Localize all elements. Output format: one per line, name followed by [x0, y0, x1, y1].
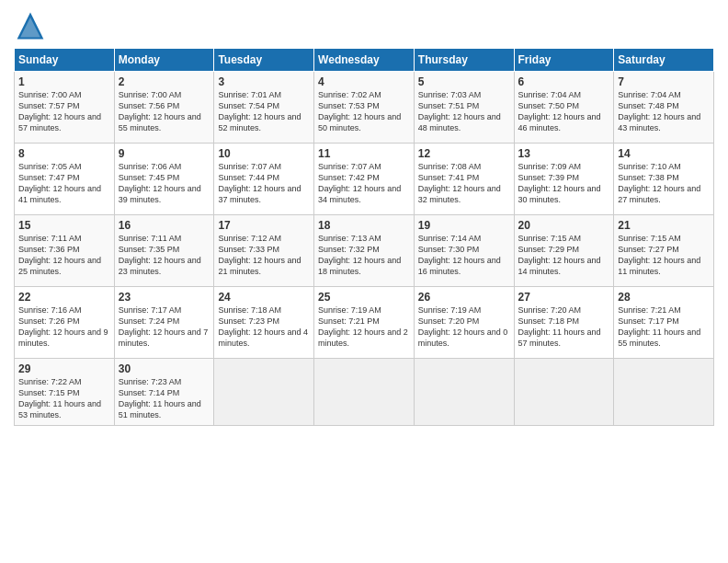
day-info: Sunrise: 7:05 AM Sunset: 7:47 PM Dayligh… [18, 161, 110, 206]
calendar-cell: 12 Sunrise: 7:08 AM Sunset: 7:41 PM Dayl… [414, 144, 514, 215]
weekday-header-sunday: Sunday [15, 49, 115, 72]
day-number: 27 [518, 291, 610, 304]
day-info: Sunrise: 7:17 AM Sunset: 7:24 PM Dayligh… [119, 304, 210, 350]
day-number: 19 [418, 219, 510, 232]
day-info: Sunrise: 7:13 AM Sunset: 7:32 PM Dayligh… [318, 233, 410, 278]
day-info: Sunrise: 7:11 AM Sunset: 7:36 PM Dayligh… [18, 233, 110, 278]
calendar-cell: 8 Sunrise: 7:05 AM Sunset: 7:47 PM Dayli… [15, 144, 115, 215]
calendar-cell: 2 Sunrise: 7:00 AM Sunset: 7:56 PM Dayli… [114, 72, 214, 144]
weekday-header-row: SundayMondayTuesdayWednesdayThursdayFrid… [15, 49, 714, 72]
day-number: 2 [119, 75, 210, 88]
calendar-week-1: 1 Sunrise: 7:00 AM Sunset: 7:57 PM Dayli… [15, 72, 714, 144]
day-info: Sunrise: 7:01 AM Sunset: 7:54 PM Dayligh… [218, 89, 310, 134]
calendar-body: 1 Sunrise: 7:00 AM Sunset: 7:57 PM Dayli… [15, 72, 714, 426]
day-number: 24 [218, 291, 310, 304]
calendar-cell: 27 Sunrise: 7:20 AM Sunset: 7:18 PM Dayl… [514, 287, 614, 359]
day-info: Sunrise: 7:00 AM Sunset: 7:56 PM Dayligh… [119, 89, 210, 134]
calendar-cell: 6 Sunrise: 7:04 AM Sunset: 7:50 PM Dayli… [514, 72, 614, 144]
day-number: 17 [218, 219, 310, 232]
day-info: Sunrise: 7:04 AM Sunset: 7:50 PM Dayligh… [518, 89, 610, 134]
page-container: SundayMondayTuesdayWednesdayThursdayFrid… [0, 0, 728, 435]
calendar-week-4: 22 Sunrise: 7:16 AM Sunset: 7:26 PM Dayl… [15, 287, 714, 359]
weekday-header-tuesday: Tuesday [214, 49, 314, 72]
weekday-header-wednesday: Wednesday [314, 49, 415, 72]
day-number: 22 [18, 291, 110, 304]
day-number: 6 [518, 75, 610, 88]
day-number: 20 [518, 219, 610, 232]
day-number: 29 [18, 362, 110, 375]
calendar-cell [614, 359, 714, 426]
calendar-cell: 29 Sunrise: 7:22 AM Sunset: 7:15 PM Dayl… [15, 359, 115, 426]
calendar-cell: 30 Sunrise: 7:23 AM Sunset: 7:14 PM Dayl… [114, 359, 214, 426]
calendar-cell [314, 359, 415, 426]
day-number: 10 [218, 147, 310, 160]
calendar-cell: 28 Sunrise: 7:21 AM Sunset: 7:17 PM Dayl… [614, 287, 714, 359]
day-info: Sunrise: 7:10 AM Sunset: 7:38 PM Dayligh… [618, 161, 710, 206]
day-info: Sunrise: 7:09 AM Sunset: 7:39 PM Dayligh… [518, 161, 610, 206]
calendar-cell: 10 Sunrise: 7:07 AM Sunset: 7:44 PM Dayl… [214, 144, 314, 215]
calendar-week-5: 29 Sunrise: 7:22 AM Sunset: 7:15 PM Dayl… [15, 359, 714, 426]
day-number: 15 [18, 219, 110, 232]
day-number: 5 [418, 75, 510, 88]
calendar-cell: 14 Sunrise: 7:10 AM Sunset: 7:38 PM Dayl… [614, 144, 714, 215]
day-number: 11 [318, 147, 410, 160]
calendar-cell: 17 Sunrise: 7:12 AM Sunset: 7:33 PM Dayl… [214, 215, 314, 287]
calendar-cell: 26 Sunrise: 7:19 AM Sunset: 7:20 PM Dayl… [414, 287, 514, 359]
calendar-cell [514, 359, 614, 426]
day-info: Sunrise: 7:23 AM Sunset: 7:14 PM Dayligh… [119, 376, 210, 421]
day-info: Sunrise: 7:20 AM Sunset: 7:18 PM Dayligh… [518, 304, 610, 350]
day-info: Sunrise: 7:02 AM Sunset: 7:53 PM Dayligh… [318, 89, 410, 134]
calendar-cell: 5 Sunrise: 7:03 AM Sunset: 7:51 PM Dayli… [414, 72, 514, 144]
calendar-cell: 7 Sunrise: 7:04 AM Sunset: 7:48 PM Dayli… [614, 72, 714, 144]
day-info: Sunrise: 7:08 AM Sunset: 7:41 PM Dayligh… [418, 161, 510, 206]
calendar-cell: 13 Sunrise: 7:09 AM Sunset: 7:39 PM Dayl… [514, 144, 614, 215]
day-number: 18 [318, 219, 410, 232]
calendar-week-2: 8 Sunrise: 7:05 AM Sunset: 7:47 PM Dayli… [15, 144, 714, 215]
weekday-header-saturday: Saturday [614, 49, 714, 72]
day-number: 25 [318, 291, 410, 304]
header [14, 9, 714, 42]
day-info: Sunrise: 7:00 AM Sunset: 7:57 PM Dayligh… [18, 89, 110, 134]
weekday-header-monday: Monday [114, 49, 214, 72]
calendar-cell: 19 Sunrise: 7:14 AM Sunset: 7:30 PM Dayl… [414, 215, 514, 287]
day-number: 7 [618, 75, 710, 88]
day-number: 16 [119, 219, 210, 232]
logo-icon [14, 9, 47, 42]
day-info: Sunrise: 7:03 AM Sunset: 7:51 PM Dayligh… [418, 89, 510, 134]
calendar-cell: 4 Sunrise: 7:02 AM Sunset: 7:53 PM Dayli… [314, 72, 415, 144]
day-info: Sunrise: 7:22 AM Sunset: 7:15 PM Dayligh… [18, 376, 110, 421]
day-info: Sunrise: 7:18 AM Sunset: 7:23 PM Dayligh… [218, 304, 310, 350]
weekday-header-thursday: Thursday [414, 49, 514, 72]
calendar-cell: 21 Sunrise: 7:15 AM Sunset: 7:27 PM Dayl… [614, 215, 714, 287]
day-info: Sunrise: 7:04 AM Sunset: 7:48 PM Dayligh… [618, 89, 710, 134]
calendar-cell: 15 Sunrise: 7:11 AM Sunset: 7:36 PM Dayl… [15, 215, 115, 287]
day-number: 28 [618, 291, 710, 304]
calendar-cell: 20 Sunrise: 7:15 AM Sunset: 7:29 PM Dayl… [514, 215, 614, 287]
day-number: 23 [119, 291, 210, 304]
day-number: 4 [318, 75, 410, 88]
day-number: 9 [119, 147, 210, 160]
day-info: Sunrise: 7:07 AM Sunset: 7:42 PM Dayligh… [318, 161, 410, 206]
calendar-cell: 25 Sunrise: 7:19 AM Sunset: 7:21 PM Dayl… [314, 287, 415, 359]
day-number: 1 [18, 75, 110, 88]
day-info: Sunrise: 7:06 AM Sunset: 7:45 PM Dayligh… [119, 161, 210, 206]
calendar-cell [414, 359, 514, 426]
day-number: 14 [618, 147, 710, 160]
day-number: 3 [218, 75, 310, 88]
logo [14, 9, 51, 42]
weekday-header-friday: Friday [514, 49, 614, 72]
day-number: 26 [418, 291, 510, 304]
day-info: Sunrise: 7:16 AM Sunset: 7:26 PM Dayligh… [18, 304, 110, 350]
day-info: Sunrise: 7:07 AM Sunset: 7:44 PM Dayligh… [218, 161, 310, 206]
day-info: Sunrise: 7:15 AM Sunset: 7:27 PM Dayligh… [618, 233, 710, 278]
day-info: Sunrise: 7:11 AM Sunset: 7:35 PM Dayligh… [119, 233, 210, 278]
calendar-cell: 22 Sunrise: 7:16 AM Sunset: 7:26 PM Dayl… [15, 287, 115, 359]
day-info: Sunrise: 7:21 AM Sunset: 7:17 PM Dayligh… [618, 304, 710, 350]
calendar-cell: 24 Sunrise: 7:18 AM Sunset: 7:23 PM Dayl… [214, 287, 314, 359]
day-info: Sunrise: 7:12 AM Sunset: 7:33 PM Dayligh… [218, 233, 310, 278]
calendar-cell: 18 Sunrise: 7:13 AM Sunset: 7:32 PM Dayl… [314, 215, 415, 287]
calendar-cell: 16 Sunrise: 7:11 AM Sunset: 7:35 PM Dayl… [114, 215, 214, 287]
calendar-cell: 9 Sunrise: 7:06 AM Sunset: 7:45 PM Dayli… [114, 144, 214, 215]
calendar-cell [214, 359, 314, 426]
calendar-cell: 11 Sunrise: 7:07 AM Sunset: 7:42 PM Dayl… [314, 144, 415, 215]
